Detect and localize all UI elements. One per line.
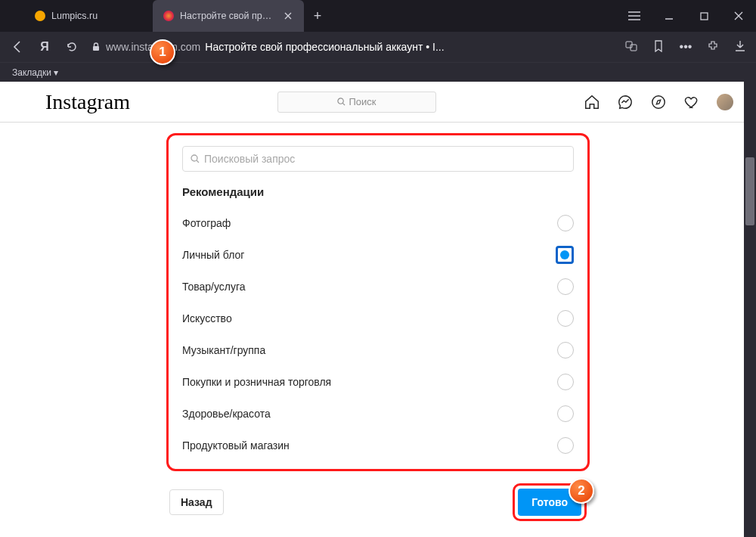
search-icon bbox=[337, 98, 345, 106]
radio-icon[interactable] bbox=[557, 405, 574, 422]
option-label: Искусство bbox=[182, 312, 232, 324]
browser-tab-active[interactable]: Настройте свой профе bbox=[153, 0, 304, 32]
option-label: Покупки и розничная торговля bbox=[182, 376, 331, 388]
extensions-icon[interactable] bbox=[706, 40, 720, 54]
category-option[interactable]: Здоровье/красота bbox=[182, 398, 574, 430]
radio-icon[interactable] bbox=[557, 215, 574, 231]
scrollbar-thumb[interactable] bbox=[745, 157, 754, 225]
messenger-icon[interactable] bbox=[617, 94, 634, 110]
tab-favicon bbox=[163, 11, 174, 21]
browser-address-bar: Я www.instagram.com Настройте свой профе… bbox=[0, 32, 756, 62]
svg-point-5 bbox=[652, 95, 665, 108]
category-option[interactable]: Продуктовый магазин bbox=[182, 430, 574, 461]
browser-tabstrip: Lumpics.ru Настройте свой профе + bbox=[0, 0, 756, 32]
yandex-icon[interactable]: Я bbox=[36, 40, 53, 54]
browser-tab[interactable]: Lumpics.ru bbox=[24, 0, 153, 32]
bookmarks-bar[interactable]: Закладки ▾ bbox=[0, 62, 756, 82]
new-tab-button[interactable]: + bbox=[307, 0, 328, 32]
option-label: Музыкант/группа bbox=[182, 344, 265, 356]
radio-icon[interactable] bbox=[557, 278, 574, 295]
reload-icon[interactable] bbox=[64, 41, 80, 53]
lock-icon bbox=[91, 42, 101, 52]
tab-label: Настройте свой профе bbox=[180, 11, 277, 21]
avatar[interactable] bbox=[717, 94, 733, 110]
radio-icon[interactable] bbox=[557, 437, 574, 454]
option-label: Продуктовый магазин bbox=[182, 439, 290, 452]
search-placeholder: Поиск bbox=[349, 96, 376, 107]
scrollbar[interactable] bbox=[744, 82, 756, 537]
tab-favicon bbox=[35, 11, 45, 21]
page-viewport: Instagram Поиск Поисковый запрос Рекомен… bbox=[0, 82, 756, 537]
downloads-icon[interactable] bbox=[733, 40, 747, 54]
bookmark-icon[interactable] bbox=[652, 40, 665, 54]
tab-label: Lumpics.ru bbox=[51, 11, 142, 21]
category-search-input[interactable]: Поисковый запрос bbox=[182, 146, 574, 172]
option-label: Фотограф bbox=[182, 217, 231, 229]
window-minimize-icon[interactable] bbox=[652, 11, 686, 20]
option-label: Товар/услуга bbox=[182, 281, 246, 293]
nav-back-icon[interactable] bbox=[9, 40, 26, 54]
category-option[interactable]: Фотограф bbox=[182, 207, 574, 239]
svg-rect-0 bbox=[701, 13, 708, 20]
explore-icon[interactable] bbox=[650, 94, 667, 110]
panel-footer: Назад Готово bbox=[166, 483, 590, 521]
search-icon bbox=[191, 154, 200, 163]
category-option[interactable]: Товар/услуга bbox=[182, 271, 574, 303]
back-button[interactable]: Назад bbox=[169, 489, 224, 515]
more-icon[interactable]: ••• bbox=[679, 40, 692, 54]
instagram-header: Instagram Поиск bbox=[0, 82, 756, 123]
app-menu-icon[interactable] bbox=[617, 11, 652, 20]
category-option[interactable]: Искусство bbox=[182, 303, 574, 334]
radio-icon[interactable] bbox=[557, 310, 574, 327]
window-controls bbox=[617, 0, 756, 32]
svg-rect-1 bbox=[93, 46, 99, 51]
window-close-icon[interactable] bbox=[721, 11, 756, 20]
section-title: Рекомендации bbox=[182, 185, 574, 198]
bookmarks-label[interactable]: Закладки ▾ bbox=[12, 67, 58, 78]
window-maximize-icon[interactable] bbox=[686, 12, 721, 20]
svg-point-6 bbox=[191, 155, 197, 161]
search-placeholder: Поисковый запрос bbox=[204, 153, 295, 165]
option-label: Здоровье/красота bbox=[182, 408, 271, 420]
svg-point-4 bbox=[338, 98, 343, 104]
category-panel: Поисковый запрос Рекомендации Фотограф Л… bbox=[166, 133, 590, 471]
heart-icon[interactable] bbox=[683, 94, 700, 110]
url-path: Настройте свой профессиональный аккаунт … bbox=[205, 41, 444, 53]
translate-icon[interactable] bbox=[624, 40, 638, 54]
home-icon[interactable] bbox=[584, 94, 600, 110]
header-search-input[interactable]: Поиск bbox=[277, 92, 436, 113]
category-option[interactable]: Личный блог bbox=[182, 239, 574, 271]
category-option[interactable]: Музыкант/группа bbox=[182, 334, 574, 366]
close-icon[interactable] bbox=[283, 11, 293, 21]
radio-icon[interactable] bbox=[557, 374, 574, 390]
annotation-callout-1: 1 bbox=[150, 39, 175, 65]
instagram-logo[interactable]: Instagram bbox=[45, 90, 130, 114]
category-option[interactable]: Покупки и розничная торговля bbox=[182, 366, 574, 398]
annotation-callout-2: 2 bbox=[569, 478, 594, 504]
radio-icon[interactable] bbox=[557, 342, 574, 359]
header-actions bbox=[584, 94, 733, 110]
option-label: Личный блог bbox=[182, 249, 244, 261]
radio-icon-selected[interactable] bbox=[556, 246, 574, 264]
